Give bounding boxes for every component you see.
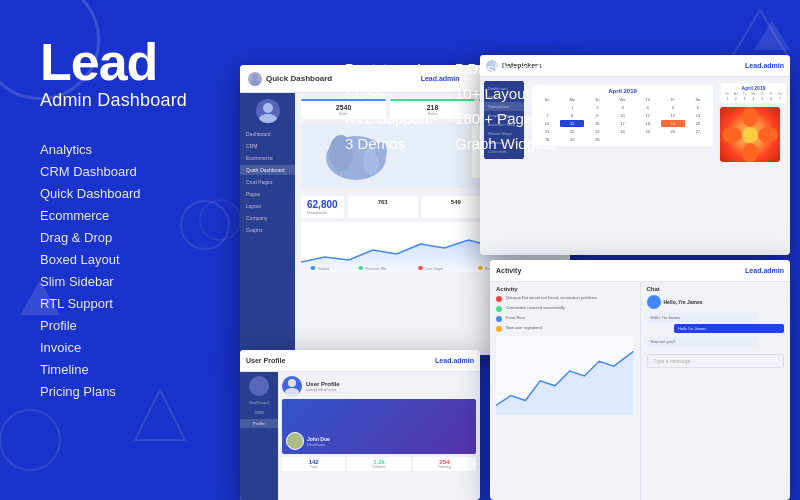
svg-point-27 [742,127,758,143]
nav-item-rtl-support[interactable]: RTL Support [40,293,190,314]
svg-point-24 [742,143,758,162]
svg-point-6 [263,103,273,113]
svg-marker-0 [730,10,790,60]
geo-triangle-right [754,20,790,50]
ss-fourth-chat-col: Chat Hello, I'm James Hello, I'm James H… [641,282,791,500]
ss-fourth-header: Activity Lead.admin [490,260,790,282]
ss-sidebar-avatar [256,99,280,123]
ss-activity-dot-1 [496,296,502,302]
ss-sidebar-item-crud[interactable]: Crud Pages [240,177,295,187]
nav-item-profile[interactable]: Profile [40,315,190,336]
ss-third-content: User Profile user@email.com John Doe Dev… [278,372,480,500]
ss-activity-item-1: Quisque Dui server not found, connection… [496,295,634,302]
ss-user-avatar-mini [248,72,262,86]
ss-activity-dot-2 [496,306,502,312]
svg-point-18 [418,266,423,270]
feature-right-graph-widgets: Graph Widgets [455,135,555,152]
screenshot-third: User Profile Lead.admin Dashboard CRM Pr… [240,350,480,500]
ss-chat-title: Chat [647,286,785,292]
ss-user-avatar [282,376,302,396]
feature-left-bootstrap-4: Bootstrap 4 [345,60,429,77]
feature-left-3-demos: 3 Demos [345,135,429,152]
nav-item-timeline[interactable]: Timeline [40,359,190,380]
svg-text:Visitors: Visitors [318,267,330,271]
ss-fourth-logo: Lead.admin [745,267,784,274]
ss-chat-bubble-1: Hello, I'm James [647,313,757,322]
nav-item-boxed-layout[interactable]: Boxed Layout [40,249,190,270]
ss-flower-section: April 2019 Su Mo Tu We Th Fr Sa 1 2 3 4 … [721,81,786,159]
feature-left-scss: SCSS [345,85,429,102]
ss-sidebar-item-ecommerce[interactable]: Ecommerce [240,153,295,163]
brand-subtitle: Admin Dashboard [40,90,190,111]
nav-list: AnalyticsCRM DashboardQuick DashboardEco… [40,139,190,402]
ss-sidebar-item-graphs[interactable]: Graphs [240,225,295,235]
ss-calendar-section: April 2019 Su Mo Tu We Th Fr Sa 1 2 3 4 [528,81,717,159]
left-panel: Lead Admin Dashboard AnalyticsCRM Dashbo… [0,0,230,500]
feature-right-5-dashboards: 5 Dashboards [455,60,555,77]
svg-point-25 [722,127,742,143]
ss-downloads-box: 62,800 Downloads [301,196,344,218]
nav-item-slim-sidebar[interactable]: Slim Sidebar [40,271,190,292]
ss-chat-input-area: Type a message... [647,354,785,368]
ss-sidebar-item-quick[interactable]: Quick Dashboard [240,165,295,175]
ss-banner-avatar [286,432,304,450]
ss-activity-item-3: From Root [496,315,634,322]
brand-title: Lead [40,36,190,88]
feature-right-180-+-pages: 180 + Pages [455,110,555,127]
ss-activity-dot-3 [496,316,502,322]
nav-item-invoice[interactable]: Invoice [40,337,190,358]
ss-sidebar-item-pages[interactable]: Pages [240,189,295,199]
screenshot-fourth: Activity Lead.admin Activity Quisque Dui… [490,260,790,500]
ss-chat-section: Chat Hello, I'm James Hello, I'm James H… [641,282,791,372]
ss-third-sidebar-avatar [249,376,269,396]
ss-activity-chart [496,336,634,416]
ss-stat-763: 763 [348,196,418,218]
ss-calendar-grid: Su Mo Tu We Th Fr Sa 1 2 3 4 5 6 [535,96,710,143]
ss-sidebar-item-dashboard[interactable]: Dashboard [240,129,295,139]
ss-third-title: User Profile [246,357,285,364]
svg-point-14 [311,266,316,270]
ss-third-body: Dashboard CRM Profile User Profile user@… [240,372,480,500]
ss-second-logo: Lead.admin [745,62,784,69]
svg-text:Line Graph: Line Graph [425,267,443,271]
ss-flower-image [720,107,780,162]
nav-item-quick-dashboard[interactable]: Quick Dashboard [40,183,190,204]
ss-calendar-mini: April 2019 Su Mo Tu We Th Fr Sa 1 2 3 4 … [721,83,786,103]
ss-calendar: April 2019 Su Mo Tu We Th Fr Sa 1 2 3 4 [532,85,713,146]
ss-activity-title: Activity [496,286,634,292]
nav-item-drag-&-drop[interactable]: Drag & Drop [40,227,190,248]
svg-text:Revenue Mix: Revenue Mix [366,267,387,271]
ss-sidebar-item-crm[interactable]: CRM [240,141,295,151]
ss-chat-avatar [647,295,661,309]
ss-sidebar-item-layout[interactable]: Layout [240,201,295,211]
feature-right-10+-layouts: 10+ Layouts [455,85,555,102]
ss-third-header: User Profile Lead.admin [240,350,480,372]
svg-point-29 [285,388,299,396]
svg-point-20 [478,266,483,270]
nav-item-pricing-plans[interactable]: Pricing Plans [40,381,190,402]
ss-main-title: Quick Dashboard [266,74,332,83]
svg-point-26 [758,127,778,143]
ss-chat-input[interactable]: Type a message... [647,354,785,368]
ss-fourth-activity-col: Activity Quisque Dui server not found, c… [490,282,641,500]
ss-dl-number: 62,800 [307,199,338,210]
nav-item-crm-dashboard[interactable]: CRM Dashboard [40,161,190,182]
ss-activity-item-2: Connection restored successfully [496,305,634,312]
svg-point-7 [259,114,277,123]
ss-chat-username: Hello, I'm James [664,299,703,305]
features-right-col: 5 Dashboards10+ Layouts180 + PagesGraph … [455,60,555,152]
ss-third-logo: Lead.admin [435,357,474,364]
svg-point-4 [252,74,258,80]
svg-point-28 [288,379,296,387]
ss-calendar-month: April 2019 [535,88,710,94]
ss-third-sidebar: Dashboard CRM Profile [240,372,278,500]
ss-activity-section: Activity Quisque Dui server not found, c… [490,282,640,420]
nav-item-analytics[interactable]: Analytics [40,139,190,160]
ss-user-info: User Profile user@email.com [306,381,476,392]
ss-user-row: User Profile user@email.com [282,376,476,396]
ss-sidebar-item-company[interactable]: Company [240,213,295,223]
feature-left-rtl-support: RTL Support [345,110,429,127]
nav-item-ecommerce[interactable]: Ecommerce [40,205,190,226]
ss-activity-item-4: New user registered [496,325,634,332]
ss-chat-bubble-3: How are you? [647,337,757,346]
